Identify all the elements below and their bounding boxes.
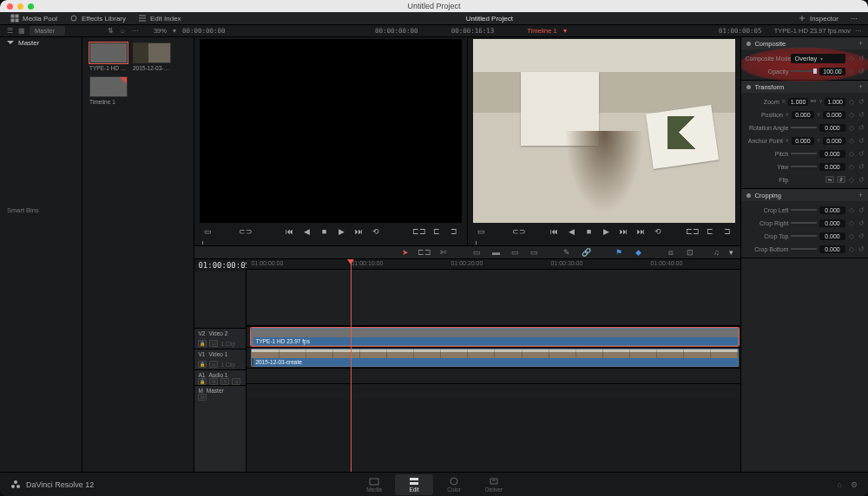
- flip-h-icon[interactable]: ⇋: [825, 176, 834, 183]
- clip-thumb[interactable]: Timeline 1: [89, 76, 128, 105]
- selection-tool-icon[interactable]: ➤: [399, 246, 411, 258]
- linked-selection-icon[interactable]: ⊡: [684, 246, 696, 258]
- first-frame-icon[interactable]: ⏮: [283, 225, 295, 238]
- track-header-v1[interactable]: V1Video 1 🔒▭1 Clip: [194, 349, 246, 369]
- reset-icon[interactable]: ↺: [858, 55, 865, 62]
- keyframe-icon[interactable]: ◇: [848, 98, 855, 106]
- thumb-view-icon[interactable]: ▦: [17, 27, 26, 36]
- clip-thumb[interactable]: TYPE-1 HD 23.97 fps...: [89, 42, 128, 71]
- playhead[interactable]: [351, 259, 352, 472]
- search-icon[interactable]: ⌕: [119, 27, 128, 36]
- solo-icon[interactable]: S: [220, 378, 229, 385]
- pos-x-input[interactable]: 0.000: [792, 111, 814, 119]
- enable-dot-icon[interactable]: [746, 42, 751, 46]
- reset-icon[interactable]: ↺: [858, 68, 865, 75]
- track-auto-icon[interactable]: ▭: [209, 361, 218, 368]
- flip-v-icon[interactable]: ⇵: [837, 176, 845, 183]
- crop-bottom-input[interactable]: 0.000: [819, 245, 845, 253]
- reset-section-icon[interactable]: +: [858, 39, 863, 48]
- effects-library-toggle[interactable]: Effects Library: [69, 14, 126, 23]
- in-out-icon[interactable]: ⊏⊐: [687, 225, 699, 238]
- next-edit-icon[interactable]: ⏭: [635, 225, 647, 238]
- anchor-x-input[interactable]: 0.000: [792, 137, 814, 145]
- edit-index-toggle[interactable]: Edit Index: [138, 14, 181, 23]
- program-scrubber[interactable]: [473, 240, 735, 245]
- loop-icon[interactable]: ⟲: [370, 225, 382, 238]
- keyframe-icon[interactable]: ◇: [848, 163, 855, 171]
- zoom-y-input[interactable]: 1.000: [825, 98, 845, 106]
- marker-icon[interactable]: ✎: [561, 246, 573, 258]
- keyframe-icon[interactable]: ◇: [848, 55, 855, 62]
- zoom-window[interactable]: [28, 3, 34, 10]
- home-icon[interactable]: ⌂: [838, 480, 842, 489]
- overwrite-clip-icon[interactable]: ▬: [490, 246, 502, 258]
- play-icon[interactable]: ▶: [335, 225, 347, 238]
- crop-right-slider[interactable]: [791, 222, 817, 224]
- section-header-transform[interactable]: Transform +: [741, 81, 868, 93]
- reset-icon[interactable]: ↺: [858, 176, 865, 184]
- list-view-icon[interactable]: ☰: [5, 27, 14, 36]
- track-v2[interactable]: TYPE-1 HD 23.97 fps: [247, 326, 740, 347]
- prev-frame-icon[interactable]: ◀: [565, 225, 577, 238]
- last-frame-icon[interactable]: ⏭: [352, 225, 365, 238]
- reset-section-icon[interactable]: +: [858, 82, 863, 91]
- timeline-name[interactable]: Timeline 1: [527, 27, 556, 35]
- crop-left-slider[interactable]: [791, 209, 817, 211]
- track-master[interactable]: [247, 383, 740, 399]
- sort-icon[interactable]: ⇅: [107, 27, 115, 36]
- reset-icon[interactable]: ↺: [858, 150, 865, 158]
- pitch-input[interactable]: 0.000: [819, 150, 845, 158]
- keyframe-icon[interactable]: ◇: [848, 232, 855, 240]
- flag-icon[interactable]: ⚑: [613, 246, 625, 258]
- first-frame-icon[interactable]: ⏮: [548, 225, 560, 238]
- jog-icon[interactable]: ⊂⊃: [513, 225, 525, 238]
- clip-v2[interactable]: TYPE-1 HD 23.97 fps: [251, 328, 739, 346]
- stop-icon[interactable]: ■: [582, 225, 595, 238]
- program-screen[interactable]: [473, 39, 735, 223]
- zoom-x-input[interactable]: 1.000: [788, 98, 809, 106]
- yaw-slider[interactable]: [791, 166, 817, 167]
- track-auto-icon[interactable]: ▭: [209, 340, 218, 347]
- source-zoom[interactable]: 39%: [154, 27, 167, 35]
- snapping-icon[interactable]: ⧈: [665, 246, 677, 258]
- yaw-input[interactable]: 0.000: [819, 163, 845, 171]
- last-frame-icon[interactable]: ⏭: [617, 225, 629, 238]
- page-color[interactable]: Color: [435, 474, 473, 495]
- enable-dot-icon[interactable]: [746, 85, 751, 89]
- section-header-cropping[interactable]: Cropping +: [741, 189, 868, 201]
- track-header-v2[interactable]: V2Video 2 🔒▭1 Clip: [194, 328, 246, 349]
- insert-clip-icon[interactable]: ▭: [470, 246, 483, 258]
- viewer-options-icon[interactable]: ⋯: [854, 27, 863, 36]
- close-window[interactable]: [7, 3, 13, 10]
- keyframe-icon[interactable]: ◇: [848, 245, 855, 253]
- fit-to-fill-icon[interactable]: ▭: [528, 246, 540, 258]
- anchor-y-input[interactable]: 0.000: [823, 137, 845, 145]
- reset-icon[interactable]: ↺: [858, 163, 865, 171]
- keyframe-icon[interactable]: ◇: [848, 219, 855, 227]
- opacity-value[interactable]: 100.00: [819, 68, 845, 75]
- crop-top-input[interactable]: 0.000: [819, 232, 845, 240]
- rotation-input[interactable]: 0.000: [819, 124, 845, 132]
- clip-thumb[interactable]: 2015-12-03-create.m...: [133, 42, 171, 71]
- stop-icon[interactable]: ■: [318, 225, 330, 238]
- match-frame-icon[interactable]: ▭: [201, 225, 214, 238]
- replace-clip-icon[interactable]: ▭: [509, 246, 521, 258]
- source-scrubber[interactable]: [200, 240, 462, 245]
- crop-left-input[interactable]: 0.000: [819, 206, 845, 214]
- reset-icon[interactable]: ↺: [858, 219, 865, 227]
- audio-mixer-icon[interactable]: ♫: [710, 246, 722, 258]
- page-media[interactable]: Media: [355, 474, 393, 495]
- keyframe-icon[interactable]: ◇: [848, 68, 855, 75]
- pitch-slider[interactable]: [791, 153, 817, 154]
- opacity-slider[interactable]: [791, 70, 817, 72]
- keyframe-icon[interactable]: ◇: [848, 150, 855, 158]
- mark-in-icon[interactable]: ⊏: [704, 225, 716, 238]
- match-frame-icon[interactable]: ▭: [475, 225, 487, 238]
- inspector-toggle[interactable]: Inspector: [798, 14, 838, 23]
- track-lock-icon[interactable]: 🔒: [198, 378, 207, 385]
- timeline-ruler[interactable]: 01:00:00:00 01:00:10:00 01:00:20:00 01:0…: [247, 259, 740, 270]
- reset-icon[interactable]: ↺: [858, 124, 865, 132]
- track-v1[interactable]: 2015-12-03-create: [247, 347, 740, 368]
- link-icon[interactable]: ⚯: [811, 98, 816, 105]
- mark-out-icon[interactable]: ⊐: [721, 225, 733, 238]
